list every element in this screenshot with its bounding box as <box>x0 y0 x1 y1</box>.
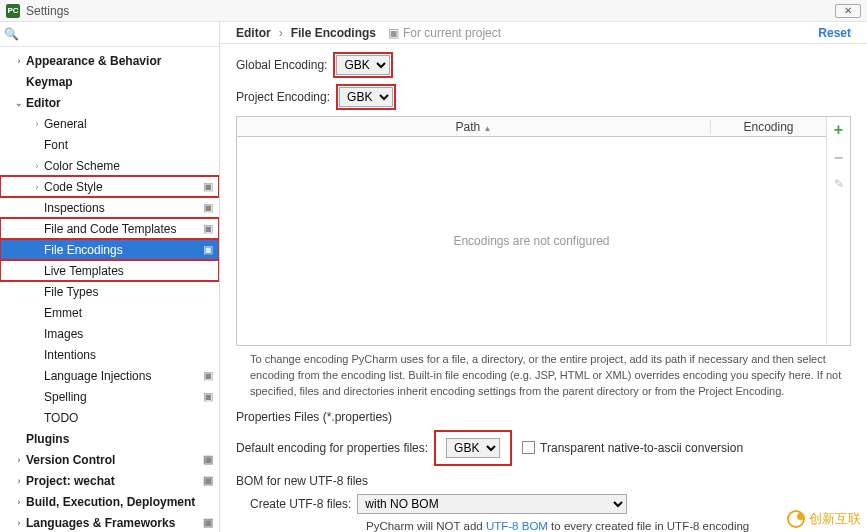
project-scope-tag: ▣For current project <box>388 26 501 40</box>
sidebar-item-color-scheme[interactable]: ›Color Scheme <box>0 155 219 176</box>
column-path[interactable]: Path ▲ <box>237 120 711 134</box>
sidebar-item-spelling[interactable]: Spelling▣ <box>0 386 219 407</box>
project-scope-icon: ▣ <box>203 201 213 214</box>
utf8-bom-link[interactable]: UTF-8 BOM <box>486 520 548 532</box>
main-panel: Editor › File Encodings ▣For current pro… <box>220 22 867 532</box>
project-scope-icon: ▣ <box>203 474 213 487</box>
native-to-ascii-label: Transparent native-to-ascii conversion <box>540 441 743 455</box>
breadcrumb: Editor › File Encodings ▣For current pro… <box>220 22 867 44</box>
sidebar-item-project-wechat[interactable]: ›Project: wechat▣ <box>0 470 219 491</box>
sidebar-item-label: General <box>44 117 213 131</box>
expand-icon: › <box>30 119 44 129</box>
project-scope-icon: ▣ <box>203 369 213 382</box>
sidebar-item-build-execution-deployment[interactable]: ›Build, Execution, Deployment <box>0 491 219 512</box>
expand-icon: › <box>12 518 26 528</box>
sidebar-item-label: Font <box>44 138 213 152</box>
sidebar-item-emmet[interactable]: Emmet <box>0 302 219 323</box>
help-text: To change encoding PyCharm uses for a fi… <box>250 352 847 400</box>
project-scope-icon: ▣ <box>203 390 213 403</box>
sidebar-item-label: Project: wechat <box>26 474 203 488</box>
default-props-encoding-select[interactable]: GBK <box>446 438 500 458</box>
project-scope-icon: ▣ <box>203 180 213 193</box>
column-encoding[interactable]: Encoding <box>711 120 826 134</box>
sidebar-item-version-control[interactable]: ›Version Control▣ <box>0 449 219 470</box>
project-encoding-select[interactable]: GBK <box>339 87 393 107</box>
expand-icon: › <box>12 497 26 507</box>
sidebar-item-editor[interactable]: ⌄Editor <box>0 92 219 113</box>
sidebar-item-todo[interactable]: TODO <box>0 407 219 428</box>
sort-asc-icon: ▲ <box>484 124 492 133</box>
expand-icon: › <box>30 161 44 171</box>
sidebar-item-intentions[interactable]: Intentions <box>0 344 219 365</box>
project-scope-icon: ▣ <box>388 26 399 40</box>
project-scope-icon: ▣ <box>203 243 213 256</box>
sidebar-item-label: Build, Execution, Deployment <box>26 495 213 509</box>
reset-link[interactable]: Reset <box>818 26 851 40</box>
sidebar-item-label: File Encodings <box>44 243 203 257</box>
sidebar-item-live-templates[interactable]: Live Templates <box>0 260 219 281</box>
sidebar-item-label: Language Injections <box>44 369 203 383</box>
project-scope-icon: ▣ <box>203 516 213 529</box>
edit-path-button: ✎ <box>834 177 844 191</box>
global-encoding-select[interactable]: GBK <box>336 55 390 75</box>
sidebar-item-label: File Types <box>44 285 213 299</box>
sidebar-item-label: Plugins <box>26 432 213 446</box>
sidebar-item-label: Version Control <box>26 453 203 467</box>
watermark-logo-icon <box>787 510 805 528</box>
sidebar-item-label: Spelling <box>44 390 203 404</box>
sidebar-item-appearance-behavior[interactable]: ›Appearance & Behavior <box>0 50 219 71</box>
sidebar-item-label: Live Templates <box>44 264 213 278</box>
sidebar-item-languages-frameworks[interactable]: ›Languages & Frameworks▣ <box>0 512 219 532</box>
sidebar-item-label: Appearance & Behavior <box>26 54 213 68</box>
sidebar-item-images[interactable]: Images <box>0 323 219 344</box>
project-scope-icon: ▣ <box>203 222 213 235</box>
sidebar-item-label: Images <box>44 327 213 341</box>
expand-icon: › <box>12 476 26 486</box>
sidebar-item-label: Intentions <box>44 348 213 362</box>
window-title: Settings <box>26 4 69 18</box>
default-props-encoding-label: Default encoding for properties files: <box>236 441 428 455</box>
sidebar-item-label: TODO <box>44 411 213 425</box>
crumb-editor[interactable]: Editor <box>236 26 271 40</box>
sidebar-item-general[interactable]: ›General <box>0 113 219 134</box>
remove-path-button: − <box>834 149 843 167</box>
expand-icon: › <box>12 56 26 66</box>
sidebar-item-language-injections[interactable]: Language Injections▣ <box>0 365 219 386</box>
create-utf8-label: Create UTF-8 files: <box>250 497 351 511</box>
sidebar-item-label: Inspections <box>44 201 203 215</box>
expand-icon: ⌄ <box>12 98 26 108</box>
watermark: 创新互联 <box>787 510 861 528</box>
sidebar-item-file-and-code-templates[interactable]: File and Code Templates▣ <box>0 218 219 239</box>
sidebar-item-plugins[interactable]: Plugins <box>0 428 219 449</box>
search-icon: 🔍 <box>4 27 19 41</box>
bom-section-title: BOM for new UTF-8 files <box>236 474 851 488</box>
sidebar-item-label: Color Scheme <box>44 159 213 173</box>
project-encoding-label: Project Encoding: <box>236 90 330 104</box>
expand-icon: › <box>12 455 26 465</box>
chevron-right-icon: › <box>279 26 283 40</box>
global-encoding-label: Global Encoding: <box>236 58 327 72</box>
sidebar-item-label: Emmet <box>44 306 213 320</box>
sidebar-item-font[interactable]: Font <box>0 134 219 155</box>
expand-icon: › <box>30 182 44 192</box>
sidebar-item-keymap[interactable]: Keymap <box>0 71 219 92</box>
sidebar-item-file-types[interactable]: File Types <box>0 281 219 302</box>
search-wrap: 🔍 <box>0 22 219 47</box>
bom-note: PyCharm will NOT add UTF-8 BOM to every … <box>366 520 851 532</box>
paths-table: Path ▲ Encoding Encodings are not config… <box>236 116 851 346</box>
search-input[interactable] <box>21 25 215 43</box>
properties-section-title: Properties Files (*.properties) <box>236 410 851 424</box>
app-icon: PC <box>6 4 20 18</box>
native-to-ascii-checkbox[interactable] <box>522 441 535 454</box>
sidebar-item-code-style[interactable]: ›Code Style▣ <box>0 176 219 197</box>
create-utf8-select[interactable]: with NO BOM <box>357 494 627 514</box>
close-button[interactable]: ✕ <box>835 4 861 18</box>
crumb-file-encodings: File Encodings <box>291 26 376 40</box>
sidebar: 🔍 ›Appearance & BehaviorKeymap⌄Editor›Ge… <box>0 22 220 532</box>
sidebar-item-file-encodings[interactable]: File Encodings▣ <box>0 239 219 260</box>
project-scope-icon: ▣ <box>203 453 213 466</box>
add-path-button[interactable]: + <box>834 121 843 139</box>
sidebar-item-label: File and Code Templates <box>44 222 203 236</box>
sidebar-item-inspections[interactable]: Inspections▣ <box>0 197 219 218</box>
sidebar-item-label: Keymap <box>26 75 213 89</box>
